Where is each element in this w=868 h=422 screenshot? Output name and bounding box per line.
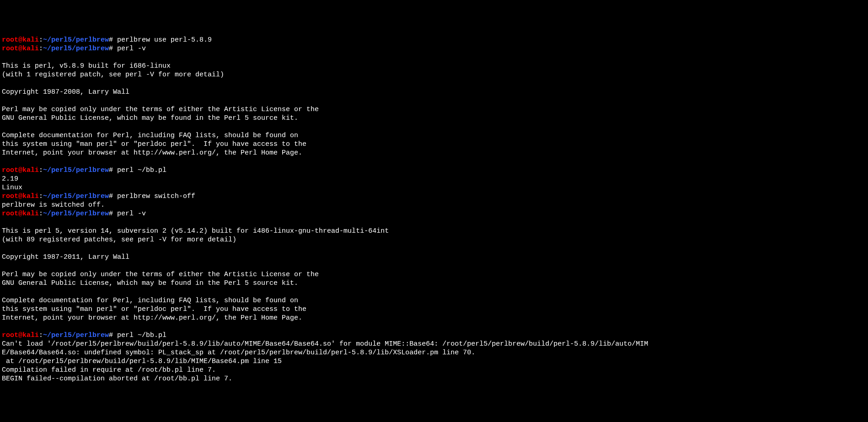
output-line: Perl may be copied only under the terms … — [2, 105, 866, 114]
output-line: Complete documentation for Perl, includi… — [2, 131, 866, 140]
output-line: Complete documentation for Perl, includi… — [2, 296, 866, 305]
output-line: Copyright 1987-2008, Larry Wall — [2, 88, 866, 96]
prompt-colon: : — [39, 36, 43, 44]
output-line: (with 1 registered patch, see perl -V fo… — [2, 70, 866, 79]
prompt-hash: # — [109, 331, 117, 339]
prompt-user: root@kali — [2, 166, 39, 174]
output-line: 2.19 — [2, 175, 866, 183]
prompt-path: ~/perl5/perlbrew — [43, 331, 109, 339]
prompt-path: ~/perl5/perlbrew — [43, 166, 109, 174]
output-line: perlbrew is switched off. — [2, 201, 866, 209]
output-line: This is perl 5, version 14, subversion 2… — [2, 227, 866, 235]
prompt-colon: : — [39, 166, 43, 174]
terminal-output[interactable]: root@kali:~/perl5/perlbrew# perlbrew use… — [2, 36, 866, 383]
terminal-line: root@kali:~/perl5/perlbrew# perl ~/bb.pl — [2, 331, 866, 340]
prompt-user: root@kali — [2, 36, 39, 44]
command-text: perlbrew use perl-5.8.9 — [117, 36, 212, 44]
output-line: This is perl, v5.8.9 built for i686-linu… — [2, 62, 866, 70]
prompt-user: root@kali — [2, 192, 39, 200]
terminal-line: root@kali:~/perl5/perlbrew# perlbrew swi… — [2, 192, 866, 201]
output-line: GNU General Public License, which may be… — [2, 114, 866, 123]
terminal-line: root@kali:~/perl5/perlbrew# perl -v — [2, 44, 866, 53]
blank-line — [2, 218, 866, 227]
output-line: E/Base64/Base64.so: undefined symbol: PL… — [2, 348, 866, 357]
prompt-user: root@kali — [2, 331, 39, 339]
output-line: Linux — [2, 183, 866, 192]
blank-line — [2, 244, 866, 253]
command-text: perlbrew switch-off — [117, 192, 195, 200]
prompt-path: ~/perl5/perlbrew — [43, 192, 109, 200]
command-text: perl -v — [117, 45, 146, 53]
output-line: at /root/perl5/perlbrew/build/perl-5.8.9… — [2, 357, 866, 366]
output-line: Compilation failed in require at /root/b… — [2, 366, 866, 374]
terminal-line: root@kali:~/perl5/perlbrew# perl ~/bb.pl — [2, 166, 866, 175]
output-line: Can't load '/root/perl5/perlbrew/build/p… — [2, 340, 866, 348]
blank-line — [2, 96, 866, 105]
output-line: (with 89 registered patches, see perl -V… — [2, 235, 866, 244]
output-line: Perl may be copied only under the terms … — [2, 270, 866, 279]
output-line: GNU General Public License, which may be… — [2, 279, 866, 288]
output-line: Internet, point your browser at http://w… — [2, 314, 866, 322]
blank-line — [2, 288, 866, 296]
prompt-user: root@kali — [2, 210, 39, 218]
prompt-hash: # — [109, 45, 117, 53]
prompt-colon: : — [39, 331, 43, 339]
output-line: BEGIN failed--compilation aborted at /ro… — [2, 374, 866, 383]
prompt-colon: : — [39, 192, 43, 200]
prompt-hash: # — [109, 166, 117, 174]
prompt-colon: : — [39, 45, 43, 53]
command-text: perl ~/bb.pl — [117, 331, 166, 339]
prompt-hash: # — [109, 192, 117, 200]
blank-line — [2, 79, 866, 88]
output-line: Copyright 1987-2011, Larry Wall — [2, 253, 866, 262]
output-line: this system using "man perl" or "perldoc… — [2, 140, 866, 149]
blank-line — [2, 262, 866, 270]
terminal-line: root@kali:~/perl5/perlbrew# perl -v — [2, 209, 866, 218]
prompt-user: root@kali — [2, 45, 39, 53]
blank-line — [2, 157, 866, 166]
prompt-hash: # — [109, 36, 117, 44]
prompt-path: ~/perl5/perlbrew — [43, 210, 109, 218]
command-text: perl ~/bb.pl — [117, 166, 166, 174]
command-text: perl -v — [117, 210, 146, 218]
output-line: this system using "man perl" or "perldoc… — [2, 305, 866, 314]
prompt-path: ~/perl5/perlbrew — [43, 45, 109, 53]
prompt-hash: # — [109, 210, 117, 218]
output-line: Internet, point your browser at http://w… — [2, 149, 866, 157]
prompt-path: ~/perl5/perlbrew — [43, 36, 109, 44]
terminal-line: root@kali:~/perl5/perlbrew# perlbrew use… — [2, 36, 866, 44]
blank-line — [2, 53, 866, 62]
blank-line — [2, 322, 866, 331]
blank-line — [2, 123, 866, 131]
prompt-colon: : — [39, 210, 43, 218]
